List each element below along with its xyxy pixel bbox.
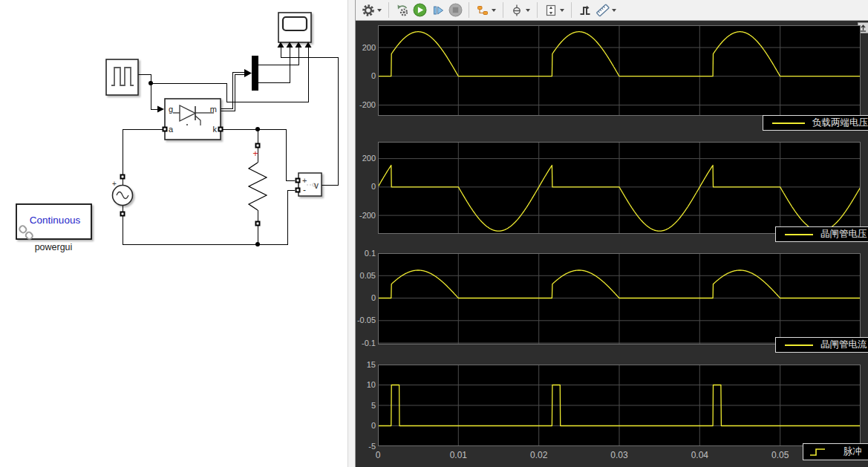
resistor-block[interactable]: + (249, 148, 267, 210)
demux-input-arrowhead-icon (244, 69, 252, 77)
y-tick-label: 0.1 (356, 248, 376, 259)
x-tick-label: 0.05 (771, 450, 789, 460)
axes-scaling-icon (544, 4, 558, 17)
cursor-measurements-button[interactable] (576, 1, 593, 19)
scope-plot-3[interactable] (378, 253, 861, 344)
y-tick-label: -5 (356, 441, 376, 452)
y-tick-label: 0 (356, 71, 376, 82)
simulink-snapshot-button[interactable] (394, 1, 411, 19)
source-polarity-label: + (112, 180, 117, 188)
toolbar-separator (571, 2, 572, 18)
branch-dot (255, 242, 260, 246)
port-label-k: k (213, 125, 218, 134)
legend-line-sample-icon (785, 344, 813, 346)
scope-plot-2[interactable] (378, 142, 861, 234)
legend-load-voltage[interactable]: 负载两端电压 (763, 115, 868, 131)
trigger-dropdown-caret[interactable] (526, 9, 530, 12)
ruler-dropdown-caret[interactable] (612, 9, 616, 12)
highlight-dropdown-caret[interactable] (492, 9, 496, 12)
scope-window: 负载两端电压 晶闸管电压 晶闸管电流 脉冲 2000-2002000-2000.… (355, 0, 868, 467)
voltmeter-output-label: v (314, 180, 319, 191)
signal-wires[interactable] (123, 48, 338, 244)
y-tick-label: 200 (356, 153, 376, 164)
branch-dot (255, 127, 260, 131)
toolbar-separator (537, 2, 538, 18)
legend-label: 晶闸管电流 (820, 339, 867, 351)
y-tick-label: 5 (356, 400, 376, 411)
axes-scaling-button[interactable] (542, 1, 559, 19)
stop-icon (448, 3, 463, 17)
voltmeter-minus-label: - (303, 185, 306, 195)
wire-demux-out1[interactable] (258, 48, 298, 65)
circuit-ports (120, 127, 301, 226)
y-tick-label: 0 (356, 420, 376, 431)
x-tick-label: 0 (376, 450, 381, 460)
gate-arrowhead-icon (157, 106, 164, 113)
settings-gear-button[interactable] (359, 1, 376, 19)
scope-plot-area: 负载两端电压 晶闸管电压 晶闸管电流 脉冲 2000-2002000-2000.… (356, 21, 868, 467)
resistor-zigzag-icon (249, 163, 267, 210)
wire-anode-to-source[interactable] (123, 129, 165, 186)
toolbar-separator (388, 2, 389, 18)
legend-thyristor-current[interactable]: 晶闸管电流 (775, 337, 868, 353)
legend-line-sample-icon (772, 123, 805, 124)
y-tick-label: 0.05 (356, 270, 376, 281)
scope-plot-4[interactable] (378, 365, 861, 446)
y-tick-label: -200 (356, 99, 376, 111)
highlight-block-icon (476, 4, 489, 17)
legend-thyristor-voltage[interactable]: 晶闸管电压 (775, 226, 868, 242)
highlight-simulink-block-button[interactable] (474, 1, 491, 19)
pulse-generator-block[interactable] (106, 59, 138, 95)
settings-dropdown-caret[interactable] (377, 9, 382, 12)
port-label-a: a (169, 125, 174, 134)
legend-pulse[interactable]: 脉冲 (803, 443, 868, 460)
legend-label: 负载两端电压 (812, 117, 868, 129)
step-forward-button[interactable] (429, 1, 446, 19)
x-tick-label: 0.01 (450, 450, 467, 460)
wire-ground-return[interactable] (123, 190, 295, 244)
settings-gear-icon (362, 4, 375, 17)
simulink-snapshot-icon (396, 4, 409, 17)
x-tick-label: 0.03 (610, 450, 627, 460)
branch-dot (149, 81, 153, 85)
cursor-measurements-icon (578, 4, 592, 17)
y-tick-label: 15 (356, 359, 376, 370)
thyristor-block[interactable]: g m a k (165, 99, 221, 140)
port-label-m: m (210, 105, 217, 114)
screen: g m a k + + (0, 0, 868, 467)
trigger-icon (510, 4, 523, 17)
toolbar-separator (469, 2, 469, 18)
simulink-model-canvas[interactable]: g m a k + + (0, 0, 355, 467)
y-tick-label: -200 (356, 210, 376, 221)
axes-scaling-dropdown-caret[interactable] (560, 9, 564, 12)
wire-pulse-to-gate[interactable] (151, 83, 157, 109)
legend-label: 脉冲 (843, 445, 862, 458)
powergui-block[interactable]: Continuous powergui (16, 204, 91, 252)
run-icon (413, 3, 427, 17)
wire-m-vector-line1[interactable] (221, 72, 244, 109)
resistor-polarity-label: + (252, 148, 258, 159)
toolbar-separator (503, 2, 503, 18)
ruler-measurements-icon (595, 3, 610, 17)
scope-toolbar (356, 0, 868, 21)
y-tick-label: 200 (356, 42, 376, 53)
scope-block[interactable] (278, 13, 312, 48)
legend-line-sample-icon (785, 234, 813, 235)
ruler-measurements-button[interactable] (594, 1, 611, 19)
scope-screen-icon (283, 17, 307, 30)
stop-button[interactable] (447, 1, 464, 19)
model-vertical-scrollbar[interactable] (347, 0, 355, 467)
scope-plot-1[interactable] (378, 25, 861, 116)
y-tick-label: -0.05 (356, 315, 376, 326)
powergui-mode-label: Continuous (30, 215, 81, 226)
wire-pulse-out[interactable] (138, 74, 151, 83)
y-tick-label: 10 (356, 379, 376, 391)
voltage-measurement-block[interactable]: + - v (298, 173, 322, 196)
x-tick-label: 0.02 (530, 450, 547, 460)
y-tick-label: -0.1 (356, 338, 376, 349)
run-button[interactable] (411, 1, 428, 19)
trigger-button[interactable] (508, 1, 525, 19)
y-tick-label: 0 (356, 293, 376, 304)
wire-pulse-to-scope[interactable] (151, 48, 308, 102)
demux-block[interactable] (252, 56, 258, 91)
